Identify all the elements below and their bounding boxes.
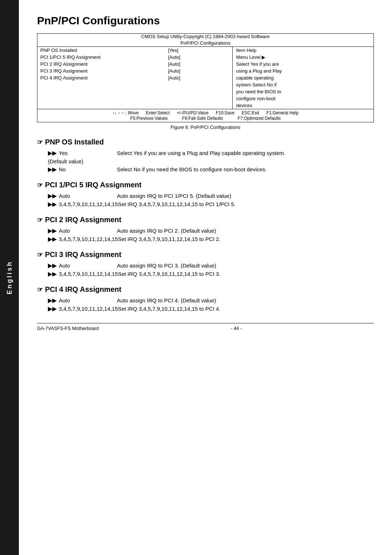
section-heading-text: PCI 3 IRQ Assignment — [45, 250, 121, 259]
option-arrow-icon: ▶▶ — [48, 297, 57, 304]
section-heading-pci3: ☞PCI 3 IRQ Assignment — [37, 250, 374, 259]
option-row: ▶▶YesSelect Yes if you are using a Plug … — [48, 150, 374, 156]
section-symbol: ☞ — [37, 138, 43, 146]
bios-cell-left — [37, 95, 165, 102]
option-label-text: Auto — [59, 228, 70, 234]
option-desc: Set IRQ 3,4,5,7,9,10,11,12,14,15 to PCI … — [118, 306, 374, 312]
option-desc: Auto assign IRQ to PCI 1/PCI 5. (Default… — [117, 193, 374, 199]
option-row: ▶▶AutoAuto assign IRQ to PCI 1/PCI 5. (D… — [48, 193, 374, 199]
bios-cell-mid — [165, 95, 232, 102]
option-label: ▶▶3,4,5,7,9,10,11,12,14,15 — [48, 236, 118, 242]
bios-cell-mid: [Auto] — [165, 54, 232, 61]
bios-table-row: PCI 4 IRQ Assignment[Auto]capable operat… — [37, 74, 373, 81]
option-label: ▶▶No — [48, 166, 117, 173]
option-arrow-icon: ▶▶ — [48, 150, 57, 156]
section-symbol: ☞ — [37, 181, 43, 189]
option-label: ▶▶Auto — [48, 228, 117, 234]
option-label-text: 3,4,5,7,9,10,11,12,14,15 — [59, 306, 118, 312]
footer-center: - 44 - — [231, 326, 242, 331]
option-label-text: Auto — [59, 193, 70, 199]
bios-cell-right: Select Yes if you are — [232, 61, 373, 68]
bios-subtitle: PnP/PCI Configurations — [37, 40, 373, 47]
option-row: ▶▶3,4,5,7,9,10,11,12,14,15Set IRQ 3,4,5,… — [48, 236, 374, 242]
bios-cell-right: using a Plug and Play — [232, 68, 373, 74]
bios-table-row: system Select No if — [37, 81, 373, 88]
page-title: PnP/PCI Configurations — [37, 15, 374, 27]
option-arrow-icon: ▶▶ — [48, 193, 57, 199]
option-row: ▶▶3,4,5,7,9,10,11,12,14,15Set IRQ 3,4,5,… — [48, 201, 374, 208]
section-symbol: ☞ — [37, 286, 43, 294]
bios-table: PNP OS Installed[Yes]Item HelpPCI 1/PCI … — [37, 47, 373, 109]
bios-cell-left — [37, 102, 165, 109]
option-label-text: 3,4,5,7,9,10,11,12,14,15 — [59, 236, 118, 242]
bios-caption: CMOS Setup Utility-Copyright (C) 1984-20… — [37, 34, 373, 39]
nav-enter-select: Enter:Select — [146, 110, 170, 115]
nav-f6: F6:Fail-Safe Defaults — [182, 116, 223, 121]
option-default: (Default value) — [48, 158, 374, 164]
option-arrow-icon: ▶▶ — [48, 228, 57, 234]
bios-cell-right: system Select No if — [232, 81, 373, 88]
bios-table-row: devices — [37, 102, 373, 109]
section-heading-text: PCI 4 IRQ Assignment — [45, 285, 121, 294]
fig-caption: Figure 6: PnP/PCI Configurations — [37, 125, 374, 130]
option-row: ▶▶AutoAuto assign IRQ to PCI 3. (Default… — [48, 262, 374, 269]
option-row: ▶▶3,4,5,7,9,10,11,12,14,15Set IRQ 3,4,5,… — [48, 306, 374, 312]
bios-cell-mid — [165, 81, 232, 88]
nav-move: ↑↓→←: Move — [113, 110, 139, 115]
section-heading-pnp-os: ☞PNP OS Installed — [37, 138, 374, 146]
bios-cell-right: configure non-boot — [232, 95, 373, 102]
option-label: ▶▶Yes — [48, 150, 117, 156]
nav-value: +/-/PU/PD:Value — [177, 110, 208, 115]
option-label: ▶▶3,4,5,7,9,10,11,12,14,15 — [48, 306, 118, 312]
bios-table-row: configure non-boot — [37, 95, 373, 102]
option-desc: Set IRQ 3,4,5,7,9,10,11,12,14,15 to PCI … — [118, 236, 374, 242]
sidebar: English — [0, 0, 19, 555]
main-content: PnP/PCI Configurations CMOS Setup Utilit… — [19, 0, 392, 555]
footer: GA-7VASFS-FS Motherboard - 44 - — [37, 323, 374, 331]
option-label-text: Auto — [59, 297, 70, 303]
option-desc: Auto assign IRQ to PCI 2. (Default value… — [117, 228, 374, 234]
bios-table-row: PCI 3 IRQ Assignment[Auto]using a Plug a… — [37, 68, 373, 74]
bios-cell-mid — [165, 88, 232, 95]
bios-cell-right: capable operating — [232, 74, 373, 81]
bios-table-row: PCI 1/PCI 5 IRQ Assignment[Auto]Menu Lev… — [37, 54, 373, 61]
option-arrow-icon: ▶▶ — [48, 166, 57, 173]
option-label: ▶▶3,4,5,7,9,10,11,12,14,15 — [48, 201, 118, 208]
bios-cell-left — [37, 88, 165, 95]
option-row: ▶▶NoSelect No if you need the BIOS to co… — [48, 166, 374, 173]
bios-cell-mid: [Auto] — [165, 61, 232, 68]
bios-table-row: PNP OS Installed[Yes]Item Help — [37, 47, 373, 54]
bios-table-row: PCI 2 IRQ Assignment[Auto]Select Yes if … — [37, 61, 373, 68]
bios-cell-mid: [Auto] — [165, 68, 232, 74]
bios-nav-wrapper: ↑↓→←: Move Enter:Select +/-/PU/PD:Value … — [37, 109, 373, 122]
bios-cell-left — [37, 81, 165, 88]
option-desc: Set IRQ 3,4,5,7,9,10,11,12,14,15 to PCI … — [118, 271, 374, 277]
option-label: ▶▶3,4,5,7,9,10,11,12,14,15 — [48, 271, 118, 277]
section-heading-text: PNP OS Installed — [45, 138, 104, 146]
sidebar-label: English — [6, 261, 13, 294]
section-heading-text: PCI 2 IRQ Assignment — [45, 216, 121, 224]
bios-cell-mid — [165, 102, 232, 109]
bios-cell-left: PCI 1/PCI 5 IRQ Assignment — [37, 54, 165, 61]
bios-cell-left: PNP OS Installed — [37, 47, 165, 54]
bios-table-wrapper: CMOS Setup Utility-Copyright (C) 1984-20… — [37, 33, 374, 122]
bios-table-row: you need the BIOS to — [37, 88, 373, 95]
bios-nav-line2: F5:Previous Values F6:Fail-Safe Defaults… — [40, 116, 371, 121]
option-arrow-icon: ▶▶ — [48, 201, 57, 208]
section-heading-pci2: ☞PCI 2 IRQ Assignment — [37, 216, 374, 224]
option-arrow-icon: ▶▶ — [48, 236, 57, 242]
option-label-text: Auto — [59, 262, 70, 269]
option-row: ▶▶AutoAuto assign IRQ to PCI 2. (Default… — [48, 228, 374, 234]
nav-exit: ESC:Exit — [242, 110, 259, 115]
option-label: ▶▶Auto — [48, 262, 117, 269]
footer-left: GA-7VASFS-FS Motherboard — [37, 326, 99, 331]
option-desc: Select Yes if you are using a Plug and P… — [117, 150, 374, 156]
nav-f7: F7:Optimized Defaults — [238, 116, 281, 121]
bios-cell-right: Menu Level ▶ — [232, 54, 373, 61]
section-symbol: ☞ — [37, 216, 43, 224]
option-row: ▶▶AutoAuto assign IRQ to PCI 4. (Default… — [48, 297, 374, 304]
option-desc: Auto assign IRQ to PCI 4. (Default value… — [117, 297, 374, 304]
bios-cell-right: devices — [232, 102, 373, 109]
option-arrow-icon: ▶▶ — [48, 306, 57, 312]
nav-save: F10:Save — [216, 110, 234, 115]
